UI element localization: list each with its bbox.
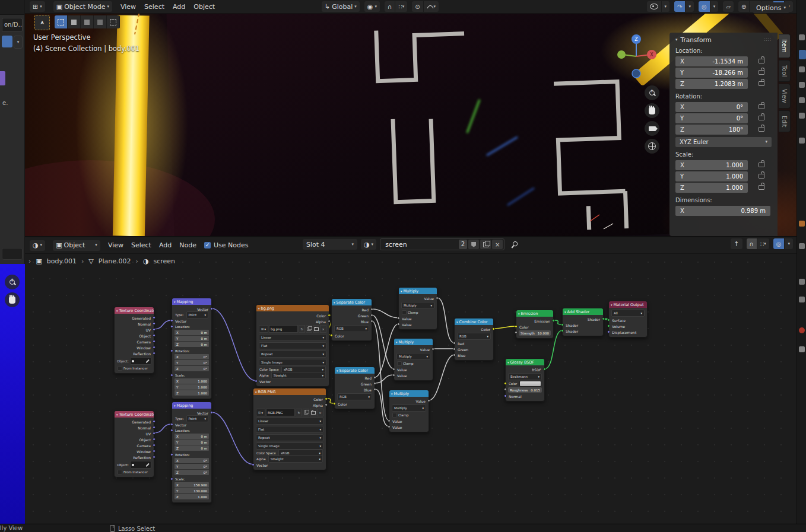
visibility-dropdown[interactable]: ▾	[662, 1, 670, 12]
dropdown[interactable]: Multiply▾	[392, 404, 426, 412]
number-field[interactable]: Strength10.000	[519, 330, 551, 336]
socket-blue[interactable]	[373, 388, 376, 391]
modifiers-icon[interactable]	[799, 243, 805, 249]
node-header[interactable]: ▾Mapping	[172, 298, 211, 305]
gizmos-toggle[interactable]: ↷	[674, 1, 686, 12]
pan-gizmo-button[interactable]	[5, 292, 20, 307]
socket-camera[interactable]	[153, 444, 156, 447]
vector-value-field[interactable]: Y130.000	[174, 488, 209, 493]
image-browse-dropdown[interactable]: ▤▾	[256, 409, 265, 416]
vector-value-field[interactable]: X158.900	[174, 482, 209, 488]
viewport-camera-button[interactable]	[645, 121, 659, 136]
vector-value-field[interactable]: Z0 m	[174, 342, 209, 347]
socket-normal[interactable]	[504, 394, 507, 397]
socket-object[interactable]	[153, 334, 156, 337]
vector-value-field[interactable]: Z0°	[174, 470, 209, 475]
socket-normal[interactable]	[153, 426, 156, 429]
socket-color[interactable]	[325, 397, 328, 400]
rotation-mode-dropdown[interactable]: XYZ Euler▾	[675, 137, 772, 147]
socket-color[interactable]	[330, 334, 333, 337]
socket-emission[interactable]	[552, 319, 555, 322]
select-difference-tool[interactable]	[94, 15, 107, 28]
socket-value[interactable]	[427, 399, 430, 402]
value-slider[interactable]: X1.000	[675, 160, 748, 170]
checkbox[interactable]	[118, 470, 122, 474]
socket-strength[interactable]	[515, 331, 518, 334]
socket-value[interactable]	[397, 323, 400, 326]
collapse-icon[interactable]: ▾	[518, 312, 520, 316]
socket-normal[interactable]	[153, 322, 156, 325]
node-header[interactable]: ▾RGB.PNG	[253, 388, 326, 395]
node-header[interactable]: ▾Multiply	[394, 339, 433, 345]
menu-object[interactable]: Object	[193, 3, 215, 11]
socket-vector[interactable]	[170, 423, 173, 426]
node-m1[interactable]: ▾MultiplyValueMultiply▾ClampValueValue	[398, 287, 437, 330]
snap-settings-dropdown[interactable]: ∷▾	[395, 1, 407, 12]
image-name-field[interactable]: bg.png	[269, 325, 298, 333]
socket-color[interactable]	[328, 314, 331, 317]
lock-button[interactable]	[759, 69, 764, 76]
output-icon[interactable]	[799, 66, 805, 72]
socket-red[interactable]	[453, 342, 456, 345]
collapse-icon[interactable]: ▾	[564, 310, 566, 314]
socket-uv[interactable]	[153, 328, 156, 331]
dropdown[interactable]: RGB▾	[334, 325, 369, 332]
collapse-icon[interactable]: ▾	[258, 307, 260, 310]
socket-value[interactable]	[388, 419, 391, 422]
dropdown[interactable]: Single Image▾	[259, 359, 326, 366]
lock-button[interactable]	[759, 184, 764, 191]
lock-button[interactable]	[759, 173, 764, 180]
collapse-icon[interactable]: ▾	[174, 404, 176, 407]
physics-icon[interactable]	[799, 297, 805, 302]
value-slider[interactable]: Z1.2083 m	[675, 79, 748, 89]
menu-add[interactable]: Add	[173, 3, 185, 11]
breadcrumb-item[interactable]: screen	[154, 257, 176, 265]
vector-value-field[interactable]: Z1.000	[174, 494, 209, 499]
checkbox[interactable]	[397, 361, 402, 366]
vector-value-field[interactable]: X0°	[174, 458, 209, 463]
left-editor-field-stub[interactable]	[2, 248, 23, 260]
select-subtract-tool[interactable]	[81, 15, 94, 28]
lock-button[interactable]	[759, 162, 764, 168]
open-file-button[interactable]	[313, 325, 319, 333]
lock-button[interactable]	[759, 58, 764, 65]
socket-alpha[interactable]	[325, 403, 328, 406]
collection-icon[interactable]	[799, 138, 805, 144]
menu-view[interactable]: View	[120, 3, 136, 11]
socket-camera[interactable]	[153, 340, 156, 343]
color-swatch-field[interactable]	[519, 381, 541, 387]
slot-dropdown[interactable]: Slot 4▾	[303, 239, 357, 250]
node-header[interactable]: ▾Mapping	[172, 402, 211, 409]
viewport-3d[interactable]: ⊞▾ ▣Object Mode▾ View Select Add Object …	[25, 0, 797, 236]
collapse-icon[interactable]: ▾	[116, 413, 118, 416]
socket-value[interactable]	[392, 374, 395, 377]
value-slider[interactable]: Z180°	[675, 125, 748, 135]
world-icon[interactable]	[799, 113, 805, 119]
open-file-button[interactable]	[310, 409, 316, 416]
snap-settings-dropdown[interactable]: ∷▾	[757, 238, 769, 249]
collapse-icon[interactable]: ▾	[116, 309, 118, 313]
vector-value-field[interactable]: X0 m	[174, 434, 209, 439]
node-header[interactable]: ▾Add Shader	[563, 308, 603, 315]
socket-blue[interactable]	[370, 320, 373, 323]
panel-grip-icon[interactable]: ∷∷	[764, 37, 772, 43]
view-layer-icon[interactable]	[799, 82, 805, 88]
node-header[interactable]: ▾Texture Coordinate	[115, 307, 154, 314]
collapse-icon[interactable]: ▾	[456, 320, 458, 324]
falloff-dropdown[interactable]: ▾	[424, 1, 439, 12]
object-field[interactable]	[130, 357, 151, 365]
render-tab-icon[interactable]	[799, 50, 806, 59]
overlays-toggle[interactable]: ◎	[699, 1, 710, 12]
collapse-icon[interactable]: ▾	[396, 340, 398, 344]
checkbox[interactable]	[402, 310, 407, 315]
particles-icon[interactable]	[799, 279, 805, 285]
socket-value[interactable]	[436, 297, 439, 300]
dropdown[interactable]: RGB▾	[337, 393, 372, 400]
node-m3[interactable]: ▾MultiplyValueMultiply▾ClampValueValue	[389, 390, 429, 432]
left-editor-field[interactable]: on/D…	[2, 18, 23, 32]
unlink-material-button[interactable]: ×	[492, 240, 503, 249]
gizmos-dropdown[interactable]: ▾	[686, 1, 694, 12]
axis-y-handle[interactable]	[617, 50, 626, 59]
socket-green[interactable]	[370, 314, 373, 317]
lock-button[interactable]	[759, 126, 764, 133]
